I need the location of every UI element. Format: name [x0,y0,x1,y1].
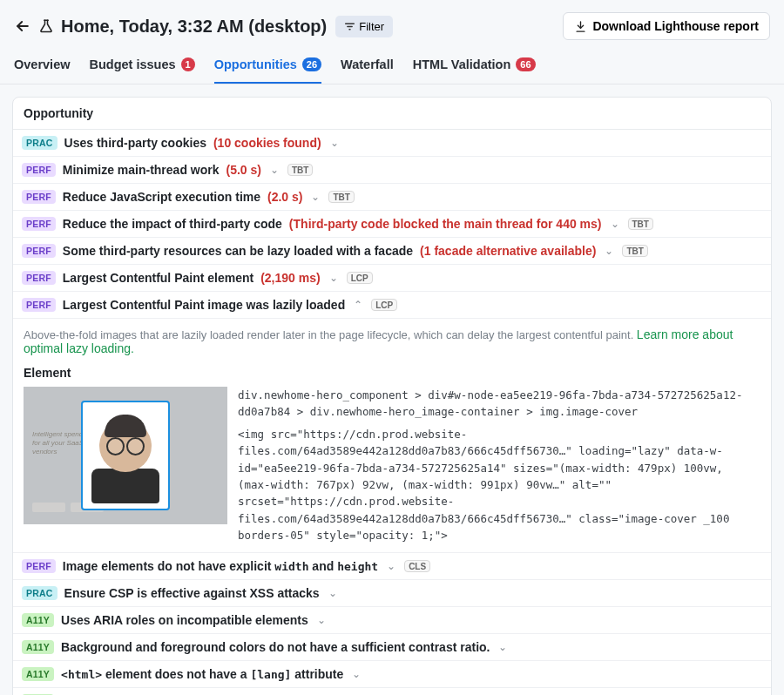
opportunity-title: Reduce JavaScript execution time [63,190,260,204]
chevron-down-icon[interactable]: ⌄ [385,560,397,572]
chevron-down-icon[interactable]: ⌄ [315,614,328,626]
opportunity-detail: (5.0 s) [226,163,261,177]
tab-budget-issues[interactable]: Budget issues 1 [90,49,195,84]
opportunity-title: Reduce the impact of third-party code [63,217,282,231]
opportunity-row[interactable]: PERF Image elements do not have explicit… [13,553,771,580]
opportunity-description: Above-the-fold images that are lazily lo… [24,328,637,341]
opportunity-title: Largest Contentful Paint element [63,271,253,285]
tab-html-validation-count: 66 [516,57,535,71]
opportunity-row[interactable]: A11Y Image elements do not have [alt] at… [13,688,771,695]
element-html-snippet: <img src="https://cdn.prod.website-files… [238,426,760,544]
element-thumbnail: Intelligent spend optimisation for all y… [24,387,227,524]
opportunity-row[interactable]: A11Y Uses ARIA roles on incompatible ele… [13,607,771,634]
opportunity-title: Uses ARIA roles on incompatible elements [61,613,308,627]
element-selector-path: div.newhome-hero_component > div#w-node-… [238,387,760,421]
tab-opportunities-label: Opportunities [214,57,297,71]
chevron-down-icon[interactable]: ⌄ [603,245,615,257]
tab-html-validation-label: HTML Validation [413,57,511,71]
element-label: Element [24,366,760,380]
opportunity-row[interactable]: A11Y <html> element does not have a [lan… [13,661,771,688]
opportunity-row[interactable]: PERF Reduce the impact of third-party co… [13,211,771,238]
opportunity-detail: (Third-party code blocked the main threa… [289,217,602,231]
opportunity-title: <html> element does not have a [lang] at… [61,667,343,681]
tag-prac: PRAC [22,136,57,150]
tab-waterfall[interactable]: Waterfall [341,49,394,84]
opportunity-row[interactable]: PERF Largest Contentful Paint element (2… [13,265,771,292]
chevron-down-icon[interactable]: ⌄ [328,272,340,284]
opportunity-detail: (2.0 s) [267,190,302,204]
tag-perf: PERF [22,559,56,573]
download-report-button[interactable]: Download Lighthouse report [563,12,770,40]
chevron-down-icon[interactable]: ⌄ [327,587,339,599]
opportunity-title: Largest Contentful Paint image was lazil… [63,298,345,312]
opportunity-row[interactable]: PERF Some third-party resources can be l… [13,238,771,265]
opportunity-detail: (1 facade alternative available) [420,244,596,258]
filter-icon [344,21,355,32]
tag-perf: PERF [22,271,56,285]
tab-html-validation[interactable]: HTML Validation 66 [413,49,536,84]
chevron-down-icon[interactable]: ⌄ [609,218,621,230]
download-label: Download Lighthouse report [592,19,759,33]
opportunity-row[interactable]: A11Y Background and foreground colors do… [13,634,771,661]
element-code: div.newhome-hero_component > div#w-node-… [238,387,760,543]
opportunity-title: Ensure CSP is effective against XSS atta… [64,586,320,600]
chevron-down-icon[interactable]: ⌄ [309,191,321,203]
thumbnail-highlight [81,401,170,510]
metric-pill-tbt: TBT [622,245,647,257]
metric-pill-tbt: TBT [328,191,354,203]
opportunity-row[interactable]: PRAC Ensure CSP is effective against XSS… [13,580,771,607]
chevron-down-icon[interactable]: ⌄ [350,668,362,680]
opportunity-title: Uses third-party cookies [64,136,206,150]
opportunity-row-expanded-header[interactable]: PERF Largest Contentful Paint image was … [13,292,771,319]
opportunity-row[interactable]: PRAC Uses third-party cookies (10 cookie… [13,130,771,157]
opportunity-detail: (2,190 ms) [260,271,320,285]
tag-a11y: A11Y [22,640,54,654]
opportunity-row[interactable]: PERF Reduce JavaScript execution time (2… [13,184,771,211]
opportunity-title: Image elements do not have explicit widt… [63,559,378,573]
chevron-down-icon[interactable]: ⌄ [497,641,509,653]
filter-label: Filter [359,20,384,33]
tabs: Overview Budget issues 1 Opportunities 2… [0,49,784,84]
opportunity-title: Minimize main-thread work [63,163,220,177]
chevron-down-icon[interactable]: ⌄ [328,137,341,149]
metric-pill-tbt: TBT [628,218,653,230]
filter-button[interactable]: Filter [335,16,393,37]
download-icon [574,20,587,33]
tag-perf: PERF [22,298,56,312]
opportunity-title: Background and foreground colors do not … [61,640,490,654]
opportunity-header: Opportunity [13,98,771,130]
tag-perf: PERF [22,217,56,231]
tag-a11y: A11Y [22,613,54,627]
opportunity-title: Some third-party resources can be lazy l… [63,244,413,258]
metric-pill-cls: CLS [404,560,430,572]
tab-opportunities[interactable]: Opportunities 26 [214,49,321,84]
tab-budget-label: Budget issues [90,57,176,71]
tag-prac: PRAC [22,586,57,600]
opportunity-row[interactable]: PERF Minimize main-thread work (5.0 s) ⌄… [13,157,771,184]
opportunity-panel: Opportunity PRAC Uses third-party cookie… [12,97,772,695]
tab-budget-count: 1 [181,57,195,71]
tag-perf: PERF [22,244,56,258]
chevron-down-icon[interactable]: ⌄ [268,164,280,176]
opportunity-expanded: Above-the-fold images that are lazily lo… [13,319,771,553]
tag-perf: PERF [22,163,56,177]
flask-icon [38,18,54,34]
tag-a11y: A11Y [22,667,54,681]
tag-perf: PERF [22,190,56,204]
chevron-up-icon[interactable]: ⌃ [352,299,364,311]
metric-pill-lcp: LCP [371,299,397,311]
metric-pill-tbt: TBT [287,164,313,176]
metric-pill-lcp: LCP [347,272,373,284]
back-icon[interactable] [14,17,31,35]
tab-overview[interactable]: Overview [14,49,71,84]
page-title: Home, Today, 3:32 AM (desktop) [61,17,327,37]
opportunity-detail: (10 cookies found) [213,136,321,150]
tab-opportunities-count: 26 [302,57,321,71]
